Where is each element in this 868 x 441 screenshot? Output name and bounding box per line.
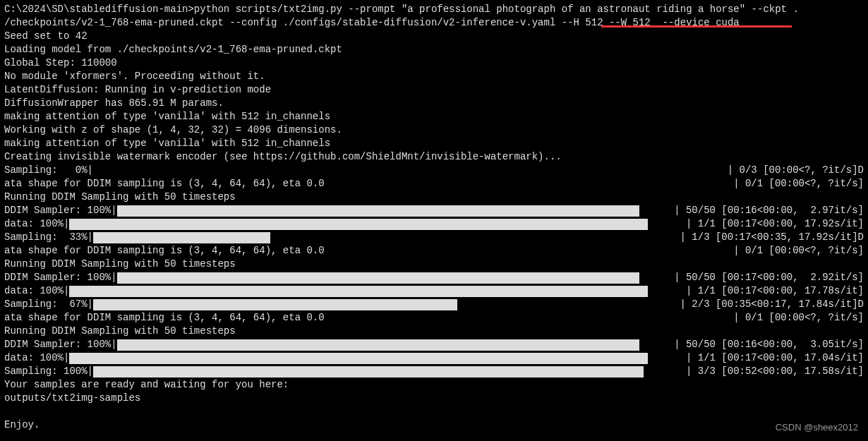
- progress-line: Sampling: 100%|| 3/3 [00:52<00:00, 17.58…: [4, 365, 864, 378]
- progress-stats: | 1/1 [00:17<00:00, 17.04s/it]: [686, 351, 864, 365]
- progress-stats: | 2/3 [00:35<00:17, 17.84s/it]D: [680, 298, 864, 311]
- progress-line: data: 100%|| 1/1 [00:17<00:00, 17.04s/it…: [4, 351, 864, 365]
- footer-line: Enjoy.: [4, 418, 864, 432]
- progress-stats: | 1/3 [00:17<00:35, 17.92s/it]D: [680, 231, 864, 244]
- progress-label: data: 100%|: [4, 351, 69, 365]
- command-line-2: /checkpoints/v2-1_768-ema-pruned.ckpt --…: [4, 16, 864, 30]
- progress-line: Sampling: 0%|| 0/3 [00:00<?, ?it/s]D: [4, 164, 864, 177]
- progress-label: data: 100%|: [4, 284, 69, 298]
- footer-line: Your samples are ready and waiting for y…: [4, 378, 864, 392]
- progress-line: Sampling: 33%|| 1/3 [00:17<00:35, 17.92s…: [4, 231, 864, 244]
- progress-bar: [117, 272, 639, 284]
- progress-stats: | 50/50 [00:16<00:00, 3.05it/s]: [674, 338, 864, 351]
- progress-line: Running DDIM Sampling with 50 timesteps: [4, 191, 864, 204]
- progress-line: data: 100%|| 1/1 [00:17<00:00, 17.78s/it…: [4, 284, 864, 298]
- progress-line: data: 100%|| 1/1 [00:17<00:00, 17.92s/it…: [4, 217, 864, 231]
- progress-bar: [93, 299, 457, 310]
- progress-line: DDIM Sampler: 100%|| 50/50 [00:16<00:00,…: [4, 204, 864, 217]
- progress-label: Sampling: 100%|: [4, 365, 93, 378]
- log-line: Seed set to 42: [4, 30, 864, 43]
- log-line: Global Step: 110000: [4, 56, 864, 70]
- progress-label: Sampling: 33%|: [4, 231, 93, 244]
- progress-stats: | 1/1 [00:17<00:00, 17.78s/it]: [686, 284, 864, 298]
- progress-bar: [93, 366, 644, 377]
- progress-line: Running DDIM Sampling with 50 timesteps: [4, 258, 864, 271]
- highlight-underline: [601, 25, 792, 28]
- progress-bar: [117, 339, 639, 351]
- progress-stats: | 1/1 [00:17<00:00, 17.92s/it]: [686, 217, 864, 231]
- progress-bar: [69, 286, 648, 297]
- log-line: making attention of type 'vanilla' with …: [4, 110, 864, 123]
- progress-label: DDIM Sampler: 100%|: [4, 204, 117, 217]
- progress-line: DDIM Sampler: 100%|| 50/50 [00:17<00:00,…: [4, 271, 864, 284]
- progress-bar: [117, 205, 639, 217]
- progress-line: Running DDIM Sampling with 50 timesteps: [4, 325, 864, 338]
- progress-stats: | 0/3 [00:00<?, ?it/s]D: [728, 164, 864, 177]
- progress-bar: [69, 353, 648, 364]
- progress-stats: | 3/3 [00:52<00:00, 17.58s/it]: [686, 365, 864, 378]
- progress-bar: [93, 232, 270, 243]
- footer-output: Your samples are ready and waiting for y…: [4, 378, 864, 432]
- progress-line: Sampling: 67%|| 2/3 [00:35<00:17, 17.84s…: [4, 298, 864, 311]
- log-line: Creating invisible watermark encoder (se…: [4, 150, 864, 164]
- progress-bar: [69, 219, 648, 230]
- progress-line: DDIM Sampler: 100%|| 50/50 [00:16<00:00,…: [4, 338, 864, 351]
- progress-stats: | 50/50 [00:17<00:00, 2.92it/s]: [674, 271, 864, 284]
- log-line: LatentDiffusion: Running in v-prediction…: [4, 83, 864, 97]
- footer-line: [4, 405, 864, 418]
- progress-line: ata shape for DDIM sampling is (3, 4, 64…: [4, 311, 864, 325]
- log-line: No module 'xformers'. Proceeding without…: [4, 70, 864, 83]
- log-line: Working with z of shape (1, 4, 32, 32) =…: [4, 123, 864, 137]
- progress-output: Sampling: 0%|| 0/3 [00:00<?, ?it/s]Data …: [4, 164, 864, 378]
- progress-label: data: 100%|: [4, 217, 69, 231]
- watermark: CSDN @sheex2012: [776, 421, 858, 434]
- log-output: Seed set to 42Loading model from ./check…: [4, 30, 864, 164]
- footer-line: outputs/txt2img-samples: [4, 392, 864, 405]
- progress-label: DDIM Sampler: 100%|: [4, 271, 117, 284]
- command-line-1: C:\2024\SD\stablediffusion-main>python s…: [4, 3, 864, 16]
- log-line: making attention of type 'vanilla' with …: [4, 137, 864, 150]
- progress-line: ata shape for DDIM sampling is (3, 4, 64…: [4, 177, 864, 191]
- progress-label: Sampling: 0%|: [4, 164, 93, 177]
- progress-label: DDIM Sampler: 100%|: [4, 338, 117, 351]
- log-line: DiffusionWrapper has 865.91 M params.: [4, 97, 864, 110]
- log-line: Loading model from ./checkpoints/v2-1_76…: [4, 43, 864, 56]
- progress-line: ata shape for DDIM sampling is (3, 4, 64…: [4, 244, 864, 258]
- progress-stats: | 50/50 [00:16<00:00, 2.97it/s]: [674, 204, 864, 217]
- progress-label: Sampling: 67%|: [4, 298, 93, 311]
